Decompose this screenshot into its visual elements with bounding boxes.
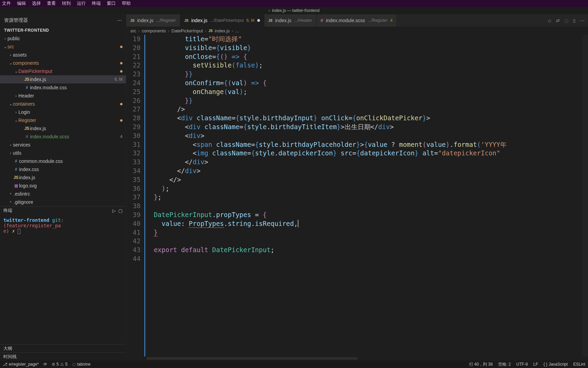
language-mode[interactable]: { } JavaScript [543, 362, 568, 367]
terminal-body[interactable]: twitter-frontend git: (feature/register_… [0, 215, 126, 344]
code-line[interactable]: onConfirm={(val) => { [146, 79, 582, 88]
tree-item-services[interactable]: ›services [0, 141, 126, 149]
indentation-status[interactable]: 空格: 2 [498, 362, 511, 367]
horizontal-scrollbar[interactable] [126, 356, 588, 361]
tab-index.js-.../DatePickerInput[interactable]: JSindex.js.../DatePickerInput6, M [180, 14, 264, 27]
tree-item-public[interactable]: ›public [0, 34, 126, 43]
menu-窗口[interactable]: 窗口 [107, 0, 116, 6]
code-line[interactable]: <span className={style.birthdayPlacehold… [146, 140, 582, 149]
code-line[interactable] [146, 202, 582, 211]
tab-index.js-.../Header[interactable]: JSindex.js.../Header [264, 14, 316, 27]
menu-帮助[interactable]: 帮助 [122, 0, 131, 6]
terminal-action-icon[interactable]: ▷ [112, 208, 116, 213]
sync-status[interactable]: ⟳ [44, 362, 47, 367]
tree-item-index.js[interactable]: JSindex.js6, M [0, 75, 126, 83]
code-line[interactable]: <img className={style.datepickerIcon} sr… [146, 149, 582, 158]
tree-item-containers[interactable]: ⌄containers [0, 100, 126, 108]
tabnine-status[interactable]: ◌ tabnine [72, 362, 90, 367]
code-line[interactable] [146, 237, 582, 246]
tree-item-src[interactable]: ⌄src [0, 43, 126, 51]
project-title[interactable]: TWITTER-FRONTEND [0, 26, 126, 34]
tree-item-index.module.css[interactable]: #index.module.css [0, 83, 126, 92]
js-icon: JS [268, 19, 273, 22]
menu-选择[interactable]: 选择 [32, 0, 41, 6]
code-line[interactable]: DatePickerInput.propTypes = { [146, 211, 582, 219]
code-line[interactable]: }} [146, 70, 582, 79]
tree-item-index.module.scss[interactable]: #index.module.scss4 [0, 133, 126, 141]
menu-转到[interactable]: 转到 [62, 0, 71, 6]
tree-item-Header[interactable]: ›Header [0, 92, 126, 100]
eol-status[interactable]: LF [533, 362, 538, 367]
tree-item-index.css[interactable]: #index.css [0, 165, 126, 173]
tree-item-index.js[interactable]: JSindex.js [0, 124, 126, 133]
code-line[interactable]: value: PropTypes.string.isRequired, [146, 219, 582, 228]
tree-item-Register[interactable]: ⌄Register [0, 116, 126, 124]
code-line[interactable]: export default DatePickerInput; [146, 246, 582, 255]
code-line[interactable]: ); [146, 184, 582, 193]
git-branch-status[interactable]: ⎇ e/register_page* [3, 362, 39, 367]
terminal-action-icon[interactable]: ▢ [118, 208, 122, 213]
problems-status[interactable]: ⊘ 5 ⚠ 5 [52, 362, 67, 367]
tab-index.module.scss-.../Register[interactable]: #index.module.scss.../Register4 [316, 14, 397, 27]
menu-文件[interactable]: 文件 [2, 0, 11, 6]
breadcrumb-item[interactable]: src [130, 28, 136, 33]
file-icon: • [7, 200, 14, 204]
code-line[interactable]: }} [146, 96, 582, 105]
minimap[interactable] [582, 35, 588, 356]
code-line[interactable]: } [146, 228, 582, 237]
tree-item-logo.svg[interactable]: ▦logo.svg [0, 182, 126, 190]
tree-label: Login [18, 109, 126, 115]
run-icon[interactable]: ◌ [565, 18, 568, 23]
encoding-status[interactable]: UTF-8 [516, 362, 528, 367]
code-line[interactable]: <div className={style.birthdayTitleItem}… [146, 123, 582, 132]
code-line[interactable]: title="时间选择" [146, 35, 582, 44]
breadcrumb-item[interactable]: ... [235, 28, 239, 33]
menu-查看[interactable]: 查看 [47, 0, 56, 6]
outline-section[interactable]: 大纲 [0, 344, 126, 352]
terminal-cwd: twitter-frontend [3, 217, 49, 223]
timeline-section[interactable]: 时间线 [0, 352, 126, 361]
code-line[interactable]: <div className={style.birthdayInput} onC… [146, 114, 582, 123]
breadcrumb-item[interactable]: index.js [215, 28, 230, 33]
scrollbar-thumb[interactable] [147, 357, 358, 360]
code-line[interactable]: <div> [146, 132, 582, 140]
code-line[interactable]: onChange(val); [146, 88, 582, 96]
more-icon[interactable]: ⋯ [580, 18, 585, 23]
code-line[interactable]: visible={visible} [146, 44, 582, 52]
tree-item-components[interactable]: ⌄components [0, 59, 126, 67]
breadcrumb-item[interactable]: components [142, 28, 166, 33]
tree-item-utils[interactable]: ›utils [0, 149, 126, 157]
editor-area: JSindex.js.../RegisterJSindex.js.../Date… [126, 14, 588, 361]
eslint-status[interactable]: ESLint [573, 362, 585, 367]
tree-item-common.module.css[interactable]: #common.module.css [0, 157, 126, 165]
tree-item-.eslintrc[interactable]: •.eslintrc [0, 190, 126, 198]
compare-icon[interactable]: ⇄ [556, 18, 560, 23]
code-line[interactable]: </> [146, 175, 582, 184]
menu-编辑[interactable]: 编辑 [17, 0, 26, 6]
code-line[interactable]: setVisible(false); [146, 61, 582, 70]
editor[interactable]: 1920212223242526272829303132333435363738… [126, 35, 588, 356]
code-line[interactable] [146, 255, 582, 263]
line-number: 32 [126, 149, 141, 158]
breadcrumb[interactable]: src›components›DatePickerInput›JS index.… [126, 27, 588, 35]
tree-item-.gitignore[interactable]: •.gitignore [0, 198, 126, 206]
code-line[interactable]: }; [146, 193, 582, 202]
tree-item-index.js[interactable]: JSindex.js [0, 173, 126, 182]
terminal-branch: (feature/register_pa [3, 223, 61, 228]
code-line[interactable]: onClose={() => { [146, 52, 582, 61]
code-line[interactable]: </div> [146, 158, 582, 167]
menu-运行[interactable]: 运行 [77, 0, 86, 6]
tree-item-Login[interactable]: ›Login [0, 108, 126, 116]
diff-icon[interactable]: ◇ [548, 18, 551, 23]
code-line[interactable]: </div> [146, 167, 582, 175]
tree-item-assets[interactable]: ›assets [0, 51, 126, 59]
tab-index.js-.../Register[interactable]: JSindex.js.../Register [126, 14, 180, 27]
breadcrumb-item[interactable]: DatePickerInput [172, 28, 203, 33]
code-line[interactable]: /> [146, 105, 582, 114]
split-icon[interactable]: ▯ [573, 18, 575, 23]
editor-code[interactable]: title="时间选择" visible={visible} onClose={… [145, 35, 582, 356]
cursor-position[interactable]: 行 40，列 38 [469, 362, 493, 367]
menu-终端[interactable]: 终端 [92, 0, 101, 6]
more-icon[interactable]: ⋯ [117, 18, 122, 23]
tree-item-DatePickerInput[interactable]: ⌄DatePickerInput [0, 67, 126, 75]
